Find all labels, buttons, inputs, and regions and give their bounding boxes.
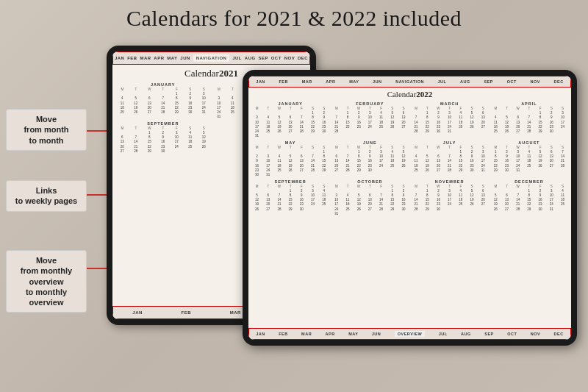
cal2022-title: Calendar2022 [248,88,571,100]
annotation-move-overview: Movefrom monthly overviewto monthly over… [6,250,87,313]
page-title: Calendars for 2021 & 2022 included [0,6,588,31]
tablet-2022: JANFEBMARAPRMAY JUNNAVIGATION JULAUGSEPO… [243,70,577,346]
cal2021-top-nav: JANFEBMARAPRMAY JUNNAVIGATION JULAUGSEPO… [112,51,310,65]
screen-2022: JANFEBMARAPRMAY JUNNAVIGATION JULAUGSEPO… [248,76,571,340]
cal2022-top-nav: JANFEBMARAPRMAY JUNNAVIGATION JULAUGSEPO… [248,76,571,88]
cal2022-bottom-nav: JANFEBMARAPRMAY JUNOVERVIEW JULAUGSEPOCT… [248,328,571,340]
cal2022-months: JANUARY MTWTFSS 12 3456789 1011121314151… [248,100,571,218]
annotation-move-month: Movefrom monthto month [6,109,87,151]
annotation-links-weekly: Linksto weekly pages [6,180,87,212]
